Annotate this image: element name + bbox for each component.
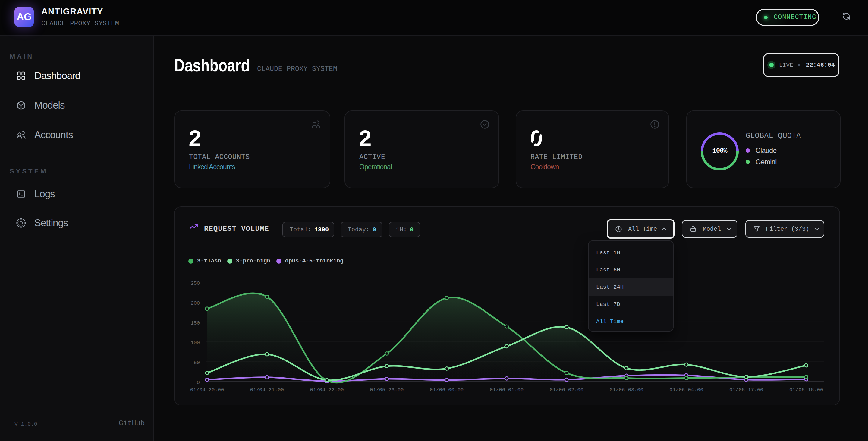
svg-text:01/06 03:00: 01/06 03:00: [610, 387, 643, 393]
svg-text:01/08 17:00: 01/08 17:00: [730, 387, 763, 393]
svg-text:01/06 04:00: 01/06 04:00: [670, 387, 703, 393]
svg-text:01/06 00:00: 01/06 00:00: [430, 387, 464, 393]
svg-text:01/04 20:00: 01/04 20:00: [190, 387, 224, 393]
svg-text:0: 0: [197, 380, 200, 385]
svg-text:01/04 21:00: 01/04 21:00: [250, 387, 284, 393]
svg-text:01/06 02:00: 01/06 02:00: [550, 387, 584, 393]
svg-text:01/06 01:00: 01/06 01:00: [490, 387, 524, 393]
svg-text:150: 150: [190, 320, 200, 326]
svg-text:100: 100: [190, 340, 200, 346]
svg-text:50: 50: [194, 360, 200, 365]
svg-text:200: 200: [190, 300, 200, 306]
svg-text:01/04 22:00: 01/04 22:00: [310, 387, 344, 393]
svg-text:01/05 23:00: 01/05 23:00: [370, 387, 404, 393]
svg-text:250: 250: [190, 281, 200, 286]
svg-text:01/08 18:00: 01/08 18:00: [789, 387, 823, 393]
